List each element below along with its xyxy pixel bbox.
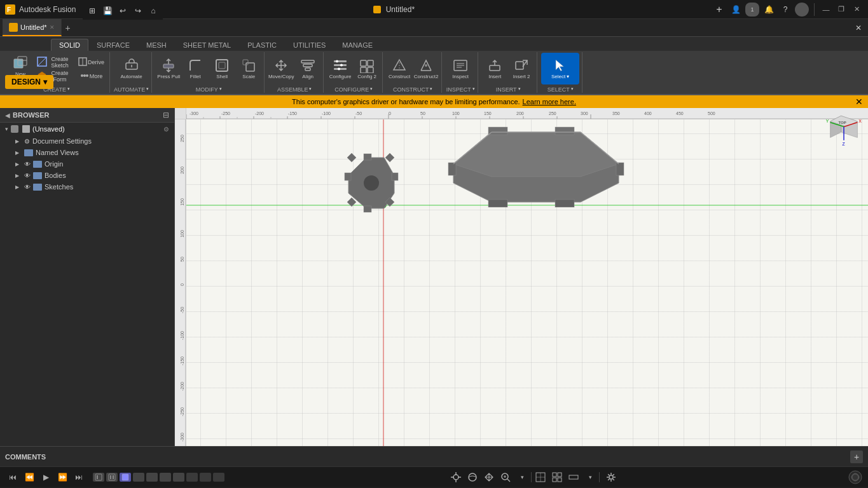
- create-sketch-button[interactable]: Create Sketch: [36, 55, 74, 68]
- timeline-mark-5[interactable]: [160, 473, 171, 482]
- timeline-mark-4[interactable]: [146, 473, 158, 482]
- automate-group-label-row[interactable]: AUTOMATE ▾: [114, 85, 149, 93]
- warning-close-button[interactable]: ✕: [855, 97, 863, 107]
- display-mode-1[interactable]: [533, 470, 548, 485]
- svg-text:100: 100: [452, 111, 460, 116]
- browser-minimize-icon[interactable]: ⊟: [163, 111, 169, 119]
- add-tab-button[interactable]: +: [712, 3, 726, 17]
- timeline-mark-9[interactable]: [213, 473, 224, 482]
- timeline-mark-6[interactable]: [173, 473, 184, 482]
- tab-manage[interactable]: MANAGE: [334, 39, 381, 51]
- unsaved-settings-icon[interactable]: ⚙: [163, 126, 169, 133]
- eye-icon-sketches[interactable]: 👁: [24, 184, 31, 191]
- configure-button[interactable]: Configure: [327, 55, 353, 83]
- tab-sheet-metal[interactable]: SHEET METAL: [175, 39, 239, 51]
- timeline-mark-3[interactable]: [133, 473, 144, 482]
- redo-button[interactable]: ↪: [131, 4, 145, 18]
- viewport[interactable]: -300 -250 -200 -150 -100 -50 0 50 100 15…: [175, 108, 868, 446]
- snap-button[interactable]: [448, 470, 464, 485]
- design-mode-button[interactable]: DESIGN ▾: [5, 75, 53, 89]
- document-tab-untitled[interactable]: Untitled* ✕: [3, 19, 62, 36]
- design-dropdown-icon: ▾: [43, 78, 47, 86]
- undo-button[interactable]: ↩: [116, 4, 130, 18]
- fillet-button[interactable]: Fillet: [183, 55, 208, 83]
- eye-icon-origin[interactable]: 👁: [24, 161, 31, 168]
- timeline-end-button[interactable]: ⏭: [71, 470, 86, 485]
- save-button[interactable]: 💾: [100, 4, 114, 18]
- browser-item-origin[interactable]: ▶ 👁 Origin: [0, 158, 174, 170]
- modify-group-label-row[interactable]: MODIFY ▾: [196, 85, 222, 93]
- assemble-group-label-row[interactable]: ASSEMBLE ▾: [277, 85, 312, 93]
- construct-button[interactable]: Construct: [387, 55, 412, 83]
- select-button[interactable]: Select ▾: [541, 53, 579, 85]
- timeline-mark-7[interactable]: [186, 473, 198, 482]
- press-pull-button[interactable]: Press Pull: [156, 55, 181, 83]
- timeline-mark-2[interactable]: [106, 473, 118, 482]
- tab-settings-button[interactable]: ✕: [851, 21, 865, 35]
- gravi-icon[interactable]: [848, 470, 863, 485]
- create-more-button[interactable]: More: [75, 69, 107, 82]
- unsaved-item[interactable]: ▾ (Unsaved) ⚙: [0, 123, 174, 135]
- browser-item-sketches[interactable]: ▶ 👁 Sketches: [0, 181, 174, 193]
- browser-item-named-views[interactable]: ▶ Named Views: [0, 147, 174, 158]
- construct2-button[interactable]: Construct2: [413, 55, 439, 83]
- account-button[interactable]: 👤: [729, 3, 743, 17]
- display-mode-2[interactable]: [549, 470, 565, 485]
- grid-button[interactable]: ⊞: [85, 4, 99, 18]
- tab-utilities[interactable]: UTILITIES: [285, 39, 334, 51]
- tab-mesh[interactable]: MESH: [138, 39, 175, 51]
- help-button[interactable]: ?: [778, 3, 792, 17]
- count-badge[interactable]: 1: [745, 3, 759, 17]
- timeline-mark-1[interactable]: [93, 473, 104, 482]
- warning-link[interactable]: Learn more here.: [523, 98, 576, 105]
- preferences-button[interactable]: [603, 470, 619, 485]
- browser-item-bodies[interactable]: ▶ 👁 Bodies: [0, 170, 174, 181]
- configure2-button[interactable]: Config 2: [354, 55, 380, 83]
- configure-group-label-row[interactable]: CONFIGURE ▾: [334, 85, 373, 93]
- tab-solid[interactable]: SOLID: [51, 39, 88, 51]
- align-button[interactable]: Align: [295, 55, 320, 83]
- insert2-button[interactable]: Insert 2: [509, 55, 534, 83]
- minimize-button[interactable]: —: [820, 3, 832, 16]
- select-group-label-row[interactable]: SELECT ▾: [548, 85, 574, 93]
- svg-text:50: 50: [420, 111, 425, 116]
- timeline-prev-button[interactable]: ⏪: [22, 470, 37, 485]
- move-copy-button[interactable]: Move/Copy: [268, 55, 294, 83]
- inspect-group-label-row[interactable]: INSPECT ▾: [446, 85, 475, 93]
- browser-item-document-settings[interactable]: ▶ ⚙ Document Settings: [0, 135, 174, 147]
- browser-collapse-icon[interactable]: ◀: [5, 112, 10, 119]
- scale-button[interactable]: Scale: [236, 55, 261, 83]
- group-modify: Press Pull Fillet Shell: [153, 52, 265, 93]
- close-button[interactable]: ✕: [850, 3, 863, 16]
- insert-button[interactable]: Insert: [482, 55, 507, 83]
- tab-surface[interactable]: SURFACE: [88, 39, 138, 51]
- derive-button[interactable]: Derive: [75, 55, 107, 68]
- display-mode-3[interactable]: [566, 470, 581, 485]
- display-mode-dropdown[interactable]: ▾: [582, 470, 598, 485]
- home-button[interactable]: ⌂: [146, 4, 160, 18]
- timeline-start-button[interactable]: ⏮: [5, 470, 20, 485]
- notifications-button[interactable]: 🔔: [762, 3, 776, 17]
- maximize-button[interactable]: ❐: [835, 3, 848, 16]
- orbit-button[interactable]: [465, 470, 480, 485]
- user-avatar[interactable]: [795, 3, 809, 17]
- add-comment-button[interactable]: +: [850, 451, 863, 463]
- timeline-play-button[interactable]: ▶: [38, 470, 53, 485]
- insert-group-label-row[interactable]: INSERT ▾: [496, 85, 521, 93]
- new-tab-button[interactable]: +: [62, 23, 74, 33]
- coord-cube[interactable]: X Y Z TOP: [825, 113, 863, 151]
- timeline-mark-8[interactable]: [200, 473, 211, 482]
- shell-button[interactable]: Shell: [209, 55, 235, 83]
- pan-button[interactable]: [481, 470, 497, 485]
- zoom-button[interactable]: [498, 470, 513, 485]
- construct-group-label-row[interactable]: CONSTRUCT ▾: [393, 85, 433, 93]
- automate-button[interactable]: Automate: [117, 55, 146, 83]
- scale-label: Scale: [242, 74, 255, 79]
- tab-plastic[interactable]: PLASTIC: [239, 39, 285, 51]
- zoom-dropdown[interactable]: ▾: [514, 470, 530, 485]
- timeline-mark-active[interactable]: [120, 473, 131, 482]
- tab-close-button[interactable]: ✕: [50, 24, 55, 30]
- inspect-button[interactable]: Inspect: [446, 55, 475, 83]
- timeline-next-button[interactable]: ⏩: [55, 470, 70, 485]
- eye-icon-bodies[interactable]: 👁: [24, 172, 31, 179]
